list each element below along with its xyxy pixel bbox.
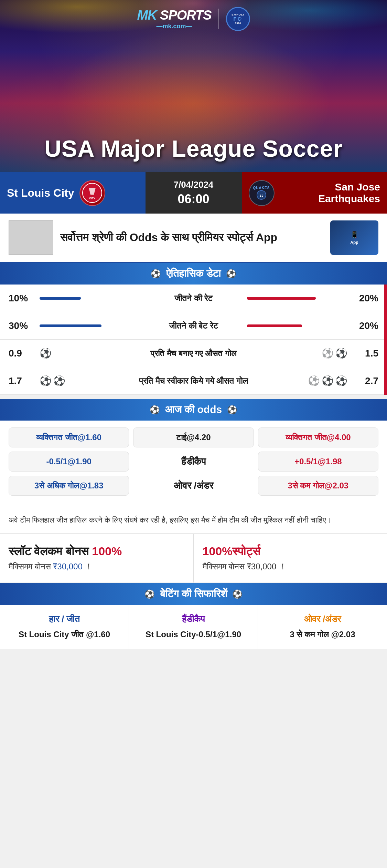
odds-over-right[interactable]: 3से कम गोल@2.03 [258, 476, 378, 496]
betting-type-2: हैंडीकैप [136, 614, 251, 624]
header-logo-area: MK SPORTS —mk.com— EMPOLI F·C· 1920 [137, 7, 250, 31]
betting-col-1: हार / जीत St Louis City जीत @1.60 [0, 605, 129, 649]
logo-divider [218, 9, 219, 29]
icons-goals-scored-right: ⚽ ⚽ [320, 348, 347, 359]
odds-ball-left: ⚽ [150, 405, 160, 415]
team-left-name: St Louis City [7, 187, 74, 199]
ball-4b: ⚽ [322, 375, 334, 386]
odds-tie[interactable]: टाई@4.20 [133, 427, 254, 447]
win-rate-left: 10% [9, 293, 36, 304]
betting-grid: हार / जीत St Louis City जीत @1.60 हैंडीक… [0, 605, 387, 649]
svg-text:SJ: SJ [259, 194, 263, 197]
betting-type-1: हार / जीत [7, 614, 122, 624]
bonus-left-title: स्लॉट वेलकम बोनस 100% [9, 545, 185, 558]
odds-handicap-left[interactable]: -0.5/1@1.90 [9, 452, 129, 472]
bonus-right-title: 100%स्पोर्ट्स [203, 545, 379, 558]
bet-rate-bar-right [247, 324, 347, 327]
icons-goals-scored-left: ⚽ [40, 348, 67, 359]
betting-title: बेटिंग की सिफारिशें [160, 588, 227, 600]
odds-personal-win-left[interactable]: व्यक्तिगत जीत@1.60 [9, 427, 129, 447]
historical-section: ⚽ ऐतिहासिक डेटा ⚽ 10% जीतने की रेट 20% 3… [0, 263, 387, 395]
promo-app-image: 📱 App [330, 220, 378, 255]
betting-col-2: हैंडीकैप St Louis City-0.5/1@1.90 [129, 605, 258, 649]
betting-pick-1: St Louis City जीत @1.60 [7, 629, 122, 640]
ball-3b: ⚽ [53, 375, 65, 386]
bet-rate-left: 30% [9, 320, 36, 331]
historical-title: ऐतिहासिक डेटा [166, 268, 221, 280]
betting-col-3: ओवर /अंडर 3 से कम गोल @2.03 [258, 605, 387, 649]
ball-1: ⚽ [40, 348, 52, 359]
odds-over-label: ओवर /अंडर [133, 476, 254, 496]
goals-conceded-left: 1.7 [9, 375, 36, 386]
betting-pick-3: 3 से कम गोल @2.03 [265, 629, 380, 640]
icons-goals-conceded-right: ⚽ ⚽ ⚽ [320, 375, 347, 386]
bet-rate-right: 20% [351, 320, 378, 331]
betting-section-header: ⚽ बेटिंग की सिफारिशें ⚽ [0, 583, 387, 605]
mk-sports-logo: MK SPORTS —mk.com— [137, 8, 211, 30]
bonus-right-subtitle: मैक्सिमम बोनस ₹30,000 ！ [203, 561, 379, 572]
ball-4a: ⚽ [308, 375, 320, 386]
svg-text:CITY: CITY [89, 197, 96, 200]
ball-icon-left: ⚽ [151, 269, 161, 279]
historical-section-header: ⚽ ऐतिहासिक डेटा ⚽ [0, 263, 387, 285]
betting-type-3: ओवर /अंडर [265, 614, 380, 624]
bonus-left[interactable]: स्लॉट वेलकम बोनस 100% मैक्सिमम बोनस ₹30,… [0, 534, 194, 582]
match-bar: St Louis City CITY 7/04/2024 06:00 QUAKE… [0, 172, 387, 214]
odds-title: आज की odds [165, 404, 222, 416]
ball-2b: ⚽ [335, 348, 347, 359]
bar-red-2 [247, 324, 302, 327]
goals-scored-left: 0.9 [9, 348, 36, 359]
accent-bar-2 [384, 312, 387, 340]
bonus-right[interactable]: 100%स्पोर्ट्स मैक्सिमम बोनस ₹30,000 ！ [194, 534, 387, 582]
bonus-left-subtitle: मैक्सिमम बोनस ₹30,000 ！ [9, 561, 185, 572]
win-rate-label: जीतने की रेट [143, 293, 244, 303]
page-title: USA Major League Soccer [0, 135, 387, 162]
odds-section-header: ⚽ आज की odds ⚽ [0, 399, 387, 421]
goals-conceded-label: प्रति मैच स्वीकार किये गये औसत गोल [71, 376, 316, 386]
win-rate-bar-left [40, 297, 140, 300]
team-right: QUAKES SJ San Jose Earthquakes [242, 172, 387, 214]
betting-ball-right: ⚽ [232, 589, 243, 599]
ball-3a: ⚽ [40, 375, 52, 386]
accent-bar-1 [384, 285, 387, 312]
ball-4c: ⚽ [335, 375, 347, 386]
odds-over-left[interactable]: 3से अधिक गोल@1.83 [9, 476, 129, 496]
bar-blue-2 [40, 324, 101, 327]
bar-red-1 [247, 297, 316, 300]
team-left: St Louis City CITY [0, 172, 146, 214]
accent-bar-4 [384, 367, 387, 395]
odds-ball-right: ⚽ [227, 405, 237, 415]
accent-bar-3 [384, 340, 387, 367]
bet-rate-label: जीतने की बेट रेट [143, 321, 244, 331]
odds-section: व्यक्तिगत जीत@1.60 टाई@4.20 व्यक्तिगत जी… [0, 421, 387, 507]
bet-rate-bar-left [40, 324, 140, 327]
ball-2a: ⚽ [322, 348, 334, 359]
bonus-section: स्लॉट वेलकम बोनस 100% मैक्सिमम बोनस ₹30,… [0, 534, 387, 582]
ball-icon-right: ⚽ [226, 269, 236, 279]
stat-row-win-rate: 10% जीतने की रेट 20% [0, 285, 387, 312]
odds-personal-win-right[interactable]: व्यक्तिगत जीत@4.00 [258, 427, 378, 447]
promo-banner[interactable]: सर्वोत्तम श्रेणी की Odds के साथ प्रीमियर… [0, 214, 387, 263]
header-banner: MK SPORTS —mk.com— EMPOLI F·C· 1920 USA … [0, 0, 387, 172]
icons-goals-conceded-left: ⚽ ⚽ [40, 375, 67, 386]
odds-row-1: व्यक्तिगत जीत@1.60 टाई@4.20 व्यक्तिगत जी… [9, 427, 378, 447]
odds-container: ⚽ आज की odds ⚽ व्यक्तिगत जीत@1.60 टाई@4.… [0, 399, 387, 533]
goals-scored-label: प्रति मैच बनाए गए औसत गोल [71, 349, 316, 358]
sanjose-logo: QUAKES SJ [249, 180, 275, 206]
win-rate-bar-right [247, 297, 347, 300]
match-center: 7/04/2024 06:00 [146, 172, 242, 214]
stlouis-logo: CITY [79, 180, 105, 206]
odds-row-3: 3से अधिक गोल@1.83 ओवर /अंडर 3से कम गोल@2… [9, 476, 378, 496]
empoli-logo: EMPOLI F·C· 1920 [226, 7, 250, 31]
bar-blue-1 [40, 297, 81, 300]
note-text: अवे टीम फिलहाल जीत हासिल करने के लिए संघ… [0, 507, 387, 533]
stat-row-goals-conceded: 1.7 ⚽ ⚽ प्रति मैच स्वीकार किये गये औसत ग… [0, 367, 387, 395]
betting-section: ⚽ बेटिंग की सिफारिशें ⚽ हार / जीत St Lou… [0, 583, 387, 649]
promo-text: सर्वोत्तम श्रेणी की Odds के साथ प्रीमियर… [60, 230, 323, 245]
odds-handicap-right[interactable]: +0.5/1@1.98 [258, 452, 378, 472]
win-rate-right: 20% [351, 293, 378, 304]
goals-conceded-right: 2.7 [351, 375, 378, 386]
betting-ball-left: ⚽ [144, 589, 155, 599]
odds-row-2: -0.5/1@1.90 हैंडीकैप +0.5/1@1.98 [9, 452, 378, 472]
odds-handicap-label: हैंडीकैप [133, 452, 254, 472]
